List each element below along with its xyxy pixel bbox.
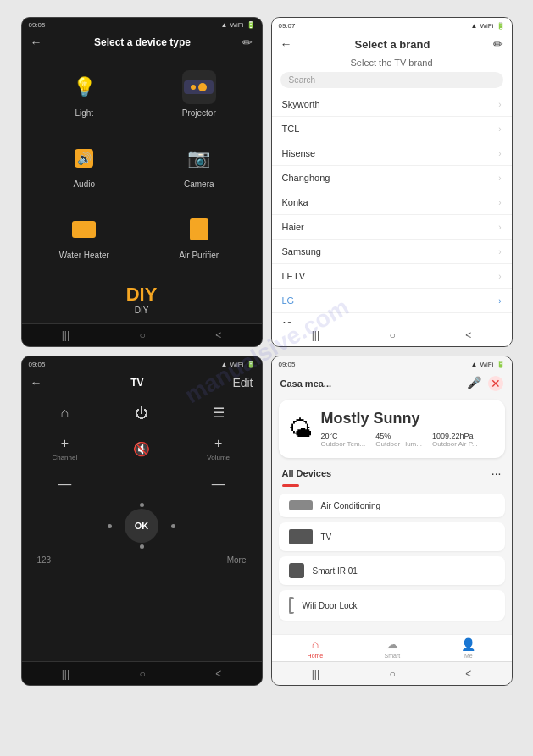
tab-me[interactable]: 👤 Me: [461, 637, 475, 659]
tab-home[interactable]: ⌂ Home: [308, 637, 324, 659]
brand-10moons[interactable]: 10moons ›: [272, 313, 512, 323]
device-audio[interactable]: 🔊 Audio: [31, 133, 139, 197]
status-bar-1: 09:05 ▲ WiFi 🔋: [22, 18, 262, 31]
brand-letv[interactable]: LETV ›: [272, 264, 512, 289]
screen-select-device: 09:05 ▲ WiFi 🔋 ← Select a device type ✏ …: [21, 17, 263, 347]
time-1: 09:05: [29, 21, 46, 29]
remote-volume-plus[interactable]: + Volume: [182, 432, 255, 466]
remote-channel-plus[interactable]: + Channel: [29, 432, 102, 466]
air-purifier-icon: [190, 218, 208, 240]
nav-home-icon-1[interactable]: ○: [140, 329, 146, 341]
screen3-title: TV: [130, 377, 143, 389]
nav-back-icon-2[interactable]: <: [465, 329, 471, 341]
nav-back-icon-1[interactable]: <: [215, 329, 221, 341]
nav-menu-icon-3[interactable]: |||: [62, 668, 69, 680]
status-icons-1: ▲ WiFi 🔋: [221, 21, 255, 29]
device-air-purifier[interactable]: Air Purifier: [145, 204, 253, 268]
light-icon: 💡: [73, 76, 96, 98]
dpad-ok[interactable]: OK: [125, 509, 158, 543]
remote-volume-minus[interactable]: —: [182, 472, 255, 496]
remote-top-buttons: ⌂ ⏻ ☰: [29, 400, 255, 425]
ac-icon: [289, 500, 313, 510]
nav-back-icon-4[interactable]: <: [465, 668, 471, 680]
brand-tcl[interactable]: TCL ›: [272, 117, 512, 141]
nav-home-icon-3[interactable]: ○: [140, 668, 146, 680]
ac-label: Air Conditioning: [321, 501, 381, 510]
back-button-3[interactable]: ←: [31, 376, 42, 389]
status-bar-4: 09:05 ▲ WiFi 🔋: [272, 356, 512, 372]
device-smart-ir[interactable]: Smart IR 01: [279, 556, 505, 585]
back-button-1[interactable]: ←: [31, 36, 42, 49]
brand-hisense[interactable]: Hisense ›: [272, 141, 512, 166]
dpad-up-row: [140, 503, 144, 507]
device-projector[interactable]: Projector: [145, 62, 253, 126]
bottom-nav-2: ||| ○ <: [272, 323, 512, 346]
device-grid: 💡 Light Projector: [31, 62, 253, 268]
brand-search[interactable]: Search: [280, 72, 503, 88]
weather-pressure: 1009.22hPa Outdoor Air P...: [432, 432, 478, 448]
nav-back-icon-3[interactable]: <: [215, 668, 221, 680]
dpad-down[interactable]: [140, 544, 144, 549]
nav-home-icon-2[interactable]: ○: [390, 329, 396, 341]
status-icons-4: ▲ WiFi 🔋: [471, 361, 505, 368]
edit-button-3[interactable]: Edit: [232, 376, 253, 389]
remote-content: ⌂ ⏻ ☰ + Channel 🔇: [22, 394, 262, 661]
chevron-konka: ›: [498, 198, 501, 207]
close-icon[interactable]: ✕: [488, 376, 503, 391]
nav-home-icon-4[interactable]: ○: [390, 668, 396, 680]
remote-channel-minus[interactable]: —: [29, 472, 102, 496]
nav-menu-icon-2[interactable]: |||: [312, 329, 319, 341]
nav-header-2: ← Select a brand ✏: [272, 33, 512, 55]
water-heater-icon: [72, 221, 96, 238]
edit-button-1[interactable]: ✏: [242, 36, 253, 49]
remote-mute-btn[interactable]: 🔇: [105, 432, 178, 466]
filter-indicator: [282, 484, 299, 487]
device-water-heater[interactable]: Water Heater: [31, 204, 139, 268]
brand-konka[interactable]: Konka ›: [272, 190, 512, 215]
mute-icon: 🔇: [133, 441, 150, 457]
weather-info: Mostly Sunny 20°C Outdoor Tem... 45% Out…: [321, 410, 478, 448]
chevron-tcl: ›: [498, 124, 501, 134]
door-lock-icon: [289, 597, 294, 614]
mic-icon[interactable]: 🎤: [467, 376, 481, 391]
me-tab-label: Me: [464, 653, 473, 659]
brand-changhong[interactable]: Changhong ›: [272, 166, 512, 190]
light-label: Light: [75, 108, 93, 118]
status-icons-2: ▲ WiFi 🔋: [471, 22, 505, 30]
diy-section[interactable]: DIY DIY: [31, 284, 253, 315]
brand-haier[interactable]: Haier ›: [272, 215, 512, 240]
air-purifier-icon-container: [182, 212, 216, 246]
screen-tv-remote: 09:05 ▲ WiFi 🔋 ← TV Edit ⌂ ⏻: [21, 356, 263, 686]
time-4: 09:05: [279, 361, 296, 368]
smart-ir-icon: [289, 563, 304, 578]
device-camera[interactable]: 📷 Camera: [145, 133, 253, 197]
smart-ir-label: Smart IR 01: [313, 566, 358, 576]
dpad-up[interactable]: [140, 503, 144, 507]
chevron-haier: ›: [498, 223, 501, 232]
home-tab-icon: ⌂: [312, 637, 319, 651]
more-btn[interactable]: More: [227, 555, 247, 565]
time-3: 09:05: [29, 361, 46, 368]
remote-menu-btn[interactable]: ☰: [182, 400, 255, 425]
edit-button-2[interactable]: ✏: [493, 37, 503, 51]
numeric-btn[interactable]: 123: [37, 555, 52, 565]
back-button-2[interactable]: ←: [280, 37, 292, 51]
device-ac[interactable]: Air Conditioning: [279, 494, 505, 517]
brand-samsung[interactable]: Samsung ›: [272, 240, 512, 264]
projector-label: Projector: [182, 108, 216, 118]
nav-menu-icon-1[interactable]: |||: [62, 329, 69, 341]
remote-power-btn[interactable]: ⏻: [105, 400, 178, 425]
camera-icon-container: 📷: [182, 141, 216, 175]
nav-menu-icon-4[interactable]: |||: [312, 668, 319, 680]
location-label[interactable]: Casa mea...: [280, 378, 332, 389]
brand-lg[interactable]: LG ›: [272, 289, 512, 313]
remote-home-btn[interactable]: ⌂: [29, 400, 102, 425]
device-door-lock[interactable]: Wifi Door Lock: [279, 590, 505, 621]
all-devices-menu[interactable]: ···: [491, 466, 502, 480]
dpad-left[interactable]: [108, 524, 112, 528]
device-light[interactable]: 💡 Light: [31, 62, 139, 126]
tab-smart[interactable]: ☁ Smart: [384, 637, 400, 659]
brand-skyworth[interactable]: Skyworth ›: [272, 92, 512, 117]
dpad-right[interactable]: [171, 524, 175, 528]
device-tv[interactable]: TV: [279, 522, 505, 551]
